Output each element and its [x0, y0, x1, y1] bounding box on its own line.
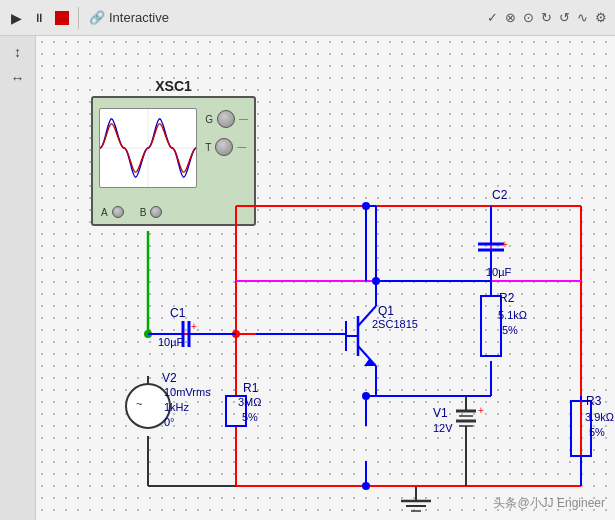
r2-value: 5.1kΩ — [498, 309, 527, 321]
r3-value: 3.9kΩ — [585, 411, 614, 423]
c2-value: 10µF — [486, 266, 511, 278]
interactive-text: Interactive — [109, 10, 169, 25]
stop-button[interactable] — [52, 8, 72, 28]
svg-text:+: + — [502, 239, 508, 250]
watermark: 头条@小JJ Engineer — [493, 495, 605, 512]
c1-value: 10µF — [158, 336, 183, 348]
r1-value: 3MΩ — [238, 396, 262, 408]
q1-label: Q1 — [378, 304, 394, 318]
stop-icon — [55, 11, 69, 25]
v2-label: V2 — [162, 371, 177, 385]
v1-value: 12V — [433, 422, 453, 434]
v1-label: V1 — [433, 406, 448, 420]
toolbar-icon-1[interactable]: ✓ — [485, 8, 500, 27]
canvas: XSC1 G — T — [36, 36, 615, 520]
toolbar-left: ▶ ⏸ 🔗 Interactive — [6, 7, 169, 29]
v2-freq: 1kHz — [164, 401, 189, 413]
r1-tolerance: 5% — [242, 411, 258, 423]
svg-marker-55 — [364, 359, 376, 366]
circuit-diagram: + + — [36, 36, 615, 520]
toolbar-icon-2[interactable]: ⊗ — [503, 8, 518, 27]
v2-phase: 0° — [164, 416, 175, 428]
toolbar-icon-6[interactable]: ∿ — [575, 8, 590, 27]
c1-label: C1 — [170, 306, 185, 320]
svg-rect-47 — [481, 296, 501, 356]
r3-tolerance: 5% — [589, 426, 605, 438]
svg-text:~: ~ — [136, 398, 142, 410]
toolbar-icon-5[interactable]: ↺ — [557, 8, 572, 27]
r2-tolerance: 5% — [502, 324, 518, 336]
toolbar: ▶ ⏸ 🔗 Interactive ✓ ⊗ ⊙ ↻ ↺ ∿ ⚙ — [0, 0, 615, 36]
left-sidebar: ↕ ↔ — [0, 36, 36, 520]
svg-text:+: + — [191, 321, 197, 332]
toolbar-icon-7[interactable]: ⚙ — [593, 8, 609, 27]
interactive-label: 🔗 Interactive — [89, 10, 169, 25]
r2-label: R2 — [499, 291, 514, 305]
v2-value: 10mVrms — [164, 386, 211, 398]
svg-point-20 — [362, 482, 370, 490]
toolbar-right: ✓ ⊗ ⊙ ↻ ↺ ∿ ⚙ — [485, 8, 609, 27]
toolbar-icon-4[interactable]: ↻ — [539, 8, 554, 27]
r1-label: R1 — [243, 381, 258, 395]
svg-text:+: + — [478, 405, 484, 416]
c2-label: C2 — [492, 188, 507, 202]
r3-label: R3 — [586, 394, 601, 408]
sidebar-btn-2[interactable]: ↔ — [4, 66, 32, 90]
toolbar-icon-3[interactable]: ⊙ — [521, 8, 536, 27]
pin-icon: 🔗 — [89, 10, 105, 25]
separator — [78, 7, 79, 29]
play-button[interactable]: ▶ — [6, 8, 26, 28]
sidebar-btn-1[interactable]: ↕ — [4, 40, 32, 64]
pause-button[interactable]: ⏸ — [29, 8, 49, 28]
q1-type: 2SC1815 — [372, 318, 418, 330]
